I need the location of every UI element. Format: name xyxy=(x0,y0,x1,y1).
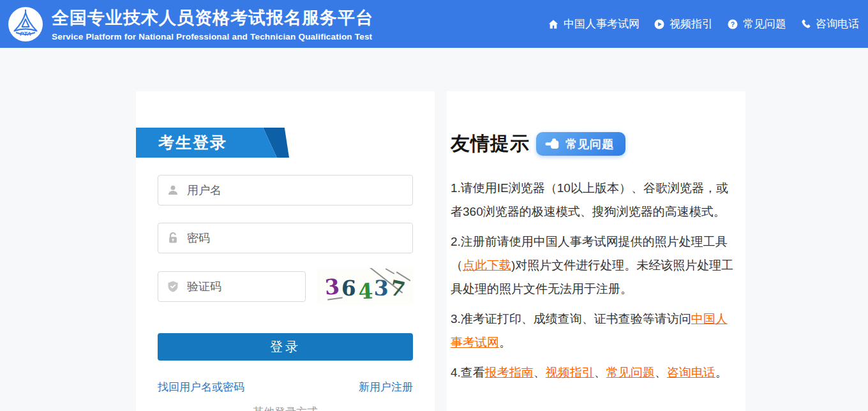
page-subtitle: Service Platform for National Profession… xyxy=(52,32,373,41)
tips-title: 友情提示 xyxy=(451,131,530,157)
nav-link-faq[interactable]: ? 常见问题 xyxy=(727,17,786,31)
brand-titles: 全国专业技术人员资格考试报名服务平台 Service Platform for … xyxy=(52,6,373,41)
phone-icon xyxy=(800,19,811,29)
login-form: 36437 登录 找回用户名或密码 新用户注册 其他登录方式 xyxy=(136,175,435,411)
login-panel-ribbon: 考生登录 xyxy=(136,128,289,158)
other-login-label: 其他登录方式 xyxy=(158,405,413,411)
pta-logo-icon: PTA xyxy=(8,6,43,42)
password-input[interactable] xyxy=(187,232,404,245)
captcha-digit: 4 xyxy=(357,280,373,302)
lock-icon xyxy=(167,232,179,244)
tip-item: 2.注册前请使用中国人事考试网提供的照片处理工具（点此下载)对照片文件进行处理。… xyxy=(451,230,735,301)
forgot-password-link[interactable]: 找回用户名或密码 xyxy=(158,380,244,394)
tip-link[interactable]: 报考指南 xyxy=(485,366,534,379)
svg-text:?: ? xyxy=(731,20,735,27)
captcha-digit: 6 xyxy=(341,277,356,299)
user-icon xyxy=(167,184,179,197)
tip-item: 1.请使用IE浏览器（10以上版本）、谷歌浏览器，或者360浏览器的极速模式、搜… xyxy=(451,176,735,223)
tip-item: 3.准考证打印、成绩查询、证书查验等请访问中国人事考试网。 xyxy=(451,307,735,354)
nav-label: 咨询电话 xyxy=(816,17,859,31)
captcha-digit: 3 xyxy=(374,277,389,299)
username-field[interactable] xyxy=(158,175,413,206)
tip-text: 、 xyxy=(594,366,606,379)
nav-label: 常见问题 xyxy=(743,17,786,31)
pointing-hand-icon xyxy=(545,138,560,150)
home-icon xyxy=(548,19,559,30)
top-navigation: 中国人事考试网 视频指引 ? 常见问题 咨询电话 xyxy=(548,17,859,31)
captcha-digit: 7 xyxy=(389,276,407,300)
tip-text: 3.准考证打印、成绩查询、证书查验等请访问 xyxy=(451,312,691,325)
play-circle-icon xyxy=(654,19,665,30)
captcha-field[interactable] xyxy=(158,271,306,302)
nav-label: 视频指引 xyxy=(670,17,713,31)
captcha-image[interactable]: 36437 xyxy=(317,268,413,305)
nav-link-cpta-site[interactable]: 中国人事考试网 xyxy=(548,17,640,31)
tip-text: 4.查看 xyxy=(451,366,485,379)
nav-label: 中国人事考试网 xyxy=(564,17,640,31)
tips-header: 友情提示 常见问题 xyxy=(451,131,735,157)
tips-list: 1.请使用IE浏览器（10以上版本）、谷歌浏览器，或者360浏览器的极速模式、搜… xyxy=(451,176,735,384)
password-field[interactable] xyxy=(158,223,413,253)
captcha-digit: 3 xyxy=(324,276,340,298)
faq-button-label: 常见问题 xyxy=(565,137,614,152)
nav-link-phone[interactable]: 咨询电话 xyxy=(800,17,859,31)
tips-inner: 友情提示 常见问题 1.请使用IE浏览器（10以上版本）、谷歌浏览器，或者360… xyxy=(447,131,745,384)
page-title: 全国专业技术人员资格考试报名服务平台 xyxy=(52,6,373,29)
captcha-input[interactable] xyxy=(187,280,297,294)
nav-link-video-guide[interactable]: 视频指引 xyxy=(654,17,713,31)
login-panel: 考生登录 36437 xyxy=(136,91,435,411)
app-header: PTA 全国专业技术人员资格考试报名服务平台 Service Platform … xyxy=(0,0,868,48)
tip-text: 。 xyxy=(715,366,728,379)
tip-link[interactable]: 常见问题 xyxy=(606,366,655,379)
svg-text:PTA: PTA xyxy=(20,30,31,36)
main-card: 考生登录 36437 xyxy=(136,91,745,411)
login-links-row: 找回用户名或密码 新用户注册 xyxy=(158,380,413,394)
captcha-row: 36437 xyxy=(158,268,413,305)
tips-panel: 友情提示 常见问题 1.请使用IE浏览器（10以上版本）、谷歌浏览器，或者360… xyxy=(447,91,745,411)
brand: PTA 全国专业技术人员资格考试报名服务平台 Service Platform … xyxy=(8,6,373,42)
tip-text: 、 xyxy=(534,366,546,379)
login-button[interactable]: 登录 xyxy=(158,333,413,361)
faq-button[interactable]: 常见问题 xyxy=(536,132,625,156)
tip-text: 、 xyxy=(655,366,667,379)
tip-text: 。 xyxy=(499,336,511,349)
tip-link[interactable]: 视频指引 xyxy=(546,366,594,379)
tip-link[interactable]: 咨询电话 xyxy=(667,366,715,379)
username-input[interactable] xyxy=(187,184,404,197)
tip-text: 1.请使用IE浏览器（10以上版本）、谷歌浏览器，或者360浏览器的极速模式、搜… xyxy=(451,181,728,218)
question-circle-icon: ? xyxy=(727,19,738,30)
register-link[interactable]: 新用户注册 xyxy=(359,380,413,394)
tip-link[interactable]: 点此下载 xyxy=(463,258,511,272)
tip-item: 4.查看报考指南、视频指引、常见问题、咨询电话。 xyxy=(451,361,735,384)
captcha-scratch-line xyxy=(385,268,395,274)
shield-check-icon xyxy=(167,280,179,293)
